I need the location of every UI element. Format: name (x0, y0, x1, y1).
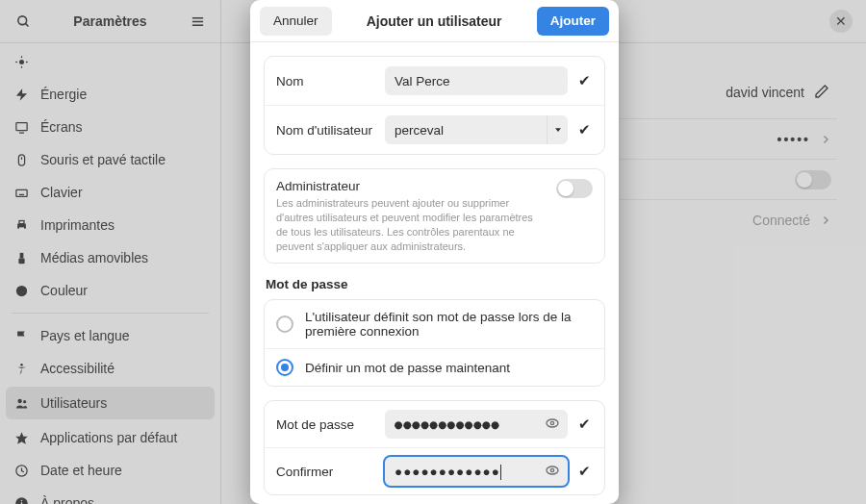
svg-marker-34 (555, 128, 561, 132)
admin-description: Les administrateurs peuvent ajouter ou s… (276, 196, 547, 253)
admin-card: Administrateur Les administrateurs peuve… (264, 168, 605, 264)
confirm-label: Confirmer (276, 465, 377, 479)
name-input[interactable]: Val Perce (385, 66, 568, 95)
svg-point-38 (550, 469, 553, 472)
radio-set-later[interactable]: L'utilisateur définit son mot de passe l… (265, 300, 604, 348)
svg-point-37 (547, 466, 558, 474)
svg-point-35 (547, 419, 558, 427)
cancel-button[interactable]: Annuler (260, 7, 332, 36)
add-user-dialog: Annuler Ajouter un utilisateur Ajouter N… (250, 0, 619, 504)
admin-title: Administrateur (276, 179, 547, 193)
radio-icon (276, 359, 293, 376)
chevron-down-icon[interactable] (547, 115, 568, 144)
check-icon: ✔ (575, 72, 593, 89)
confirm-password-input[interactable]: ●●●●●●●●●●●● (385, 457, 568, 486)
eye-icon[interactable] (545, 463, 560, 478)
password-section-title: Mot de passe (266, 277, 603, 291)
password-mode-card: L'utilisateur définit son mot de passe l… (264, 299, 605, 387)
admin-switch[interactable] (556, 179, 593, 198)
name-label: Nom (276, 74, 377, 88)
radio-icon (276, 315, 293, 333)
dialog-title: Ajouter un utilisateur (332, 13, 537, 29)
password-input[interactable]: ●●●●●●●●●●●● (385, 410, 568, 439)
check-icon: ✔ (575, 121, 593, 139)
password-label: Mot de passe (276, 417, 377, 432)
username-label: Nom d'utilisateur (276, 123, 377, 138)
password-fields-card: Mot de passe ●●●●●●●●●●●● ✔ Confirmer ●●… (264, 400, 605, 495)
add-button[interactable]: Ajouter (537, 7, 609, 36)
username-combo[interactable]: perceval (385, 115, 568, 144)
dialog-header: Annuler Ajouter un utilisateur Ajouter (250, 0, 619, 42)
svg-point-36 (550, 422, 553, 425)
check-icon: ✔ (575, 463, 593, 480)
radio-set-now[interactable]: Définir un mot de passe maintenant (265, 348, 604, 386)
check-icon: ✔ (575, 416, 593, 433)
eye-icon[interactable] (545, 416, 560, 431)
identity-card: Nom Val Perce ✔ Nom d'utilisateur percev… (264, 56, 605, 155)
